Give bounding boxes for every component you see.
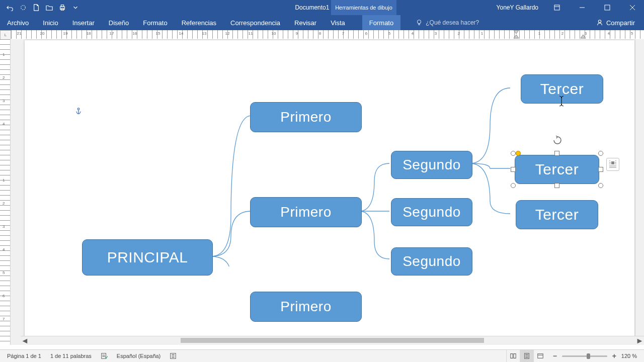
svg-point-6 xyxy=(418,20,421,24)
tab-diseno[interactable]: Diseño xyxy=(102,15,136,30)
vertical-scrollbar[interactable] xyxy=(635,39,644,336)
status-page[interactable]: Página 1 de 1 xyxy=(3,350,45,362)
status-proofing[interactable] xyxy=(97,350,112,362)
tab-referencias[interactable]: Referencias xyxy=(175,15,223,30)
hanging-indent-marker[interactable] xyxy=(514,35,519,39)
zoom-controls: − + 120 % xyxy=(547,352,641,360)
share-label: Compartir xyxy=(606,19,635,27)
quick-access-toolbar xyxy=(0,0,82,15)
status-macros[interactable] xyxy=(166,350,181,362)
qat-dropdown[interactable] xyxy=(69,2,82,14)
svg-rect-5 xyxy=(605,5,610,10)
status-language[interactable]: Español (España) xyxy=(113,350,165,362)
view-print-layout[interactable] xyxy=(520,350,533,362)
share-button[interactable]: Compartir xyxy=(587,15,644,30)
undo-button[interactable] xyxy=(4,2,16,14)
title-bar: Documento1 - Word Herramientas de dibujo… xyxy=(0,0,644,15)
handle-ne[interactable] xyxy=(598,151,603,156)
shape-primero-2[interactable]: Primero xyxy=(250,197,362,227)
connector-principal xyxy=(211,116,256,266)
shape-principal[interactable]: PRINCIPAL xyxy=(82,239,213,276)
horizontal-ruler[interactable]: L 21 20 19 18 17 16 15 14 13 12 11 10 9 … xyxy=(0,30,644,40)
shape-primero-1[interactable]: Primero xyxy=(250,102,362,132)
shape-segundo-1[interactable]: Segundo xyxy=(391,151,472,179)
tab-formato[interactable]: Formato xyxy=(136,15,174,30)
quick-print-button[interactable] xyxy=(56,2,68,14)
svg-point-0 xyxy=(21,6,26,10)
scroll-right-button[interactable]: ► xyxy=(635,336,644,345)
page[interactable]: PRINCIPAL Primero Primero Primero Segund… xyxy=(25,40,634,345)
tell-me-placeholder: ¿Qué desea hacer? xyxy=(426,19,479,26)
view-web-layout[interactable] xyxy=(533,350,547,362)
zoom-thumb[interactable] xyxy=(587,353,590,359)
close-button[interactable] xyxy=(621,0,644,15)
svg-rect-13 xyxy=(538,354,543,358)
svg-rect-4 xyxy=(554,5,559,10)
redo-button[interactable] xyxy=(17,2,29,14)
shape-primero-3[interactable]: Primero xyxy=(250,292,362,322)
hscroll-track[interactable] xyxy=(29,336,635,345)
hscroll-thumb[interactable] xyxy=(181,338,484,343)
right-indent-marker[interactable] xyxy=(581,35,586,39)
tab-inicio[interactable]: Inicio xyxy=(36,15,65,30)
maximize-button[interactable] xyxy=(596,0,619,15)
text-cursor-icon xyxy=(557,96,566,107)
zoom-in-button[interactable]: + xyxy=(610,352,618,360)
username-label[interactable]: YoneY Gallardo xyxy=(492,4,543,11)
svg-rect-2 xyxy=(61,5,63,7)
connector-primero xyxy=(359,156,394,307)
first-line-indent-marker[interactable] xyxy=(514,30,519,34)
tab-revisar[interactable]: Revisar xyxy=(287,15,324,30)
status-words[interactable]: 1 de 11 palabras xyxy=(46,350,96,362)
zoom-level[interactable]: 120 % xyxy=(621,353,637,359)
scroll-left-button[interactable]: ◄ xyxy=(21,336,29,345)
tell-me-box[interactable]: ¿Qué desea hacer? xyxy=(416,15,479,30)
anchor-icon xyxy=(75,108,82,117)
shape-segundo-3[interactable]: Segundo xyxy=(391,247,472,276)
horizontal-scrollbar[interactable]: ◄ ► xyxy=(21,336,644,345)
tab-selector[interactable]: L xyxy=(0,30,11,40)
tab-archivo[interactable]: Archivo xyxy=(0,15,36,30)
new-doc-button[interactable] xyxy=(30,2,42,14)
svg-rect-9 xyxy=(611,161,614,164)
contextual-tab-label: Herramientas de dibujo xyxy=(331,0,396,15)
svg-rect-10 xyxy=(102,353,106,359)
shape-tercer-2-selected[interactable]: Tercer xyxy=(515,155,599,184)
lightbulb-icon xyxy=(416,19,423,26)
ribbon-tabs: Archivo Inicio Insertar Diseño Formato R… xyxy=(0,15,644,30)
svg-point-7 xyxy=(598,20,601,23)
rotate-handle[interactable] xyxy=(553,136,562,145)
hruler-numbers: 21 20 19 18 17 16 15 14 13 12 11 10 9 8 … xyxy=(11,31,644,38)
tab-vista[interactable]: Vista xyxy=(324,15,352,30)
open-button[interactable] xyxy=(43,2,55,14)
connector-segundo xyxy=(470,85,515,226)
shape-segundo-2[interactable]: Segundo xyxy=(391,198,472,226)
zoom-slider[interactable] xyxy=(562,355,607,357)
svg-point-8 xyxy=(77,108,79,110)
ribbon-display-options[interactable] xyxy=(545,0,569,15)
share-icon xyxy=(596,19,603,26)
tab-insertar[interactable]: Insertar xyxy=(65,15,102,30)
vertical-ruler[interactable]: 1 2 3 4 1 2 3 4 5 6 7 xyxy=(0,39,11,345)
tab-formato-context[interactable]: Formato xyxy=(362,15,400,30)
shape-tercer-3[interactable]: Tercer xyxy=(516,200,598,229)
view-read-mode[interactable] xyxy=(506,350,520,362)
handle-se[interactable] xyxy=(598,183,603,188)
zoom-out-button[interactable]: − xyxy=(551,352,559,360)
tab-correspondencia[interactable]: Correspondencia xyxy=(223,15,287,30)
workspace: 1 2 3 4 1 2 3 4 5 6 7 xyxy=(0,39,644,345)
document-area[interactable]: PRINCIPAL Primero Primero Primero Segund… xyxy=(11,39,644,345)
layout-options-button[interactable] xyxy=(606,158,619,171)
user-area: YoneY Gallardo xyxy=(492,0,644,15)
minimize-button[interactable] xyxy=(571,0,594,15)
status-bar: Página 1 de 1 1 de 11 palabras Español (… xyxy=(0,349,644,362)
